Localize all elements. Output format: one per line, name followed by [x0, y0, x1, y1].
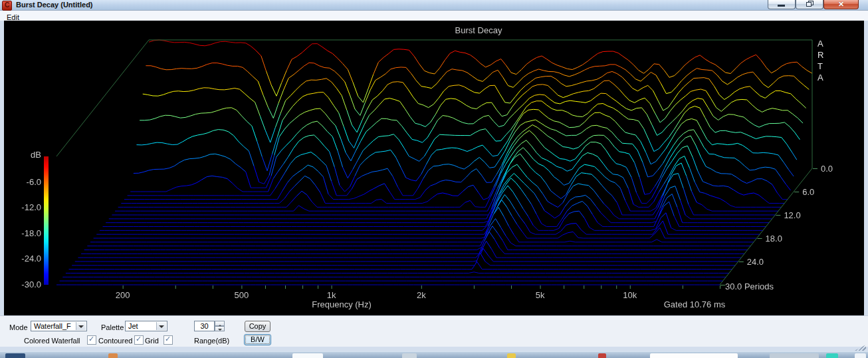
window-bottom-edge: [0, 347, 868, 351]
palette-label: Palette: [101, 323, 124, 331]
start-orb[interactable]: [5, 353, 25, 358]
minimize-button[interactable]: [768, 0, 796, 9]
periods-tick-label: 12.0: [784, 210, 800, 220]
tray-icon-gray[interactable]: [402, 353, 417, 358]
tray-icon-orange[interactable]: [108, 353, 118, 358]
gated-label: Gated 10.76 ms: [664, 299, 726, 309]
db-axis-label: dB: [31, 150, 41, 160]
x-tick-label: 1k: [327, 290, 336, 300]
db-tick-label: -6.0: [27, 177, 41, 187]
range-db-spinner[interactable]: [215, 321, 225, 331]
contoured-label: Contoured: [98, 337, 132, 345]
task-button[interactable]: [770, 353, 819, 358]
task-button[interactable]: [855, 353, 866, 358]
mode-combobox[interactable]: Waterfall_F: [31, 321, 87, 331]
chevron-down-icon[interactable]: [156, 322, 166, 330]
db-tick-label: -30.0: [21, 279, 41, 289]
spinner-up-icon[interactable]: [215, 321, 225, 326]
x-tick-label: 2k: [417, 290, 426, 300]
x-tick-label: 10k: [623, 290, 637, 300]
range-db-label: Range(dB): [194, 337, 229, 345]
periods-tick-label: 6.0: [802, 187, 814, 197]
periods-tick-label: 18.0: [766, 234, 782, 244]
periods-tick-label: 24.0: [747, 257, 764, 267]
copy-button[interactable]: Copy: [245, 321, 271, 332]
colored-waterfall-checkbox[interactable]: [87, 335, 96, 345]
spinner-down-icon[interactable]: [215, 326, 225, 331]
contoured-checkbox[interactable]: [134, 335, 144, 345]
palette-combobox[interactable]: Jet: [125, 321, 167, 331]
x-tick-label: 500: [235, 290, 249, 300]
colored-waterfall-label: Colored Waterfall: [24, 337, 80, 345]
mode-value: Waterfall_F: [34, 322, 71, 330]
db-tick-label: -12.0: [21, 202, 41, 212]
plot-title: Burst Decay: [455, 25, 502, 35]
taskbar[interactable]: [0, 351, 868, 358]
app-window: { "window": { "title": "Burst Decay (Unt…: [0, 0, 868, 358]
restore-button[interactable]: [796, 0, 823, 9]
app-icon: C: [2, 1, 12, 11]
burst-decay-plot-area: Burst DecayA R T AdB-6.0-12.0-18.0-24.0-…: [4, 21, 864, 315]
window-title: Burst Decay (Untitled): [16, 1, 93, 9]
range-db-input[interactable]: 30: [194, 321, 215, 331]
task-icon-yellow[interactable]: [507, 353, 516, 358]
mode-label: Mode: [9, 323, 28, 331]
burst-decay-canvas[interactable]: [4, 21, 864, 315]
grid-label: Grid: [145, 337, 159, 345]
db-tick-label: -18.0: [21, 228, 41, 238]
x-tick-label: 200: [116, 290, 130, 300]
x-axis-label: Frequency (Hz): [312, 299, 372, 309]
arta-watermark: A R T A: [817, 38, 823, 83]
task-icon-teal[interactable]: [826, 353, 838, 358]
window-title-bar[interactable]: C Burst Decay (Untitled) ✕: [0, 0, 868, 11]
palette-value: Jet: [128, 322, 138, 330]
db-tick-label: -24.0: [21, 254, 41, 264]
periods-tick-label: 0.0: [821, 164, 833, 174]
bw-button[interactable]: B/W: [244, 334, 271, 345]
task-button-active[interactable]: [650, 353, 738, 358]
grid-checkbox[interactable]: [163, 335, 173, 345]
control-panel: Mode Waterfall_F Palette Jet 30 Copy Col…: [0, 315, 868, 347]
task-button[interactable]: [292, 353, 323, 358]
close-button[interactable]: ✕: [823, 0, 859, 9]
chevron-down-icon[interactable]: [76, 322, 86, 330]
x-tick-label: 5k: [536, 290, 545, 300]
periods-axis-label: 30.0 Periods: [725, 281, 774, 291]
task-icon-red[interactable]: [598, 353, 606, 358]
menu-bar: Edit: [0, 11, 868, 21]
